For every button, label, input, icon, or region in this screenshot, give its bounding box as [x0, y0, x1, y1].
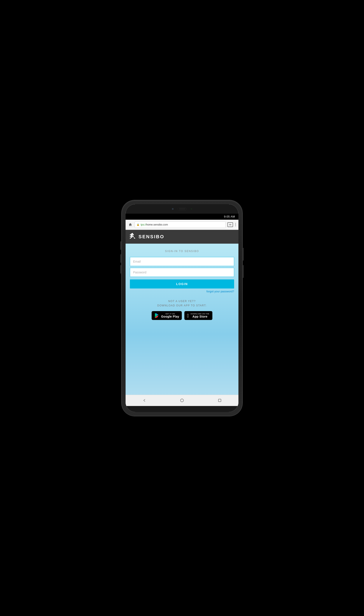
status-bar: 9:05 AM: [126, 214, 238, 220]
url-text: tps://home.sensibo.com: [141, 223, 168, 226]
recents-button[interactable]: [215, 396, 224, 405]
url-highlight: tps://: [141, 223, 146, 226]
email-form-group: [130, 257, 234, 266]
signin-title: SIGN-IN TO SENSIBO: [165, 250, 199, 253]
browser-menu-button[interactable]: [235, 222, 236, 227]
not-user-line2: DOWNLOAD OUR APP TO START:: [157, 304, 207, 307]
app-store-large-text: App Store: [191, 315, 209, 318]
app-content: SIGN-IN TO SENSIBO LOGIN forgot your pas…: [126, 244, 238, 395]
password-input[interactable]: [130, 268, 234, 277]
svg-point-0: [181, 399, 183, 402]
sensibo-logo-icon: [129, 233, 136, 241]
not-user-line1: NOT A USER YET?: [168, 300, 195, 303]
browser-url-bar[interactable]: 🔒 tps://home.sensibo.com: [135, 221, 226, 228]
forgot-password-link[interactable]: forgot your password?: [206, 290, 234, 293]
apple-icon: : [187, 313, 189, 318]
password-form-group: [130, 268, 234, 277]
not-user-text: NOT A USER YET? DOWNLOAD OUR APP TO STAR…: [152, 299, 212, 308]
screen: 9:05 AM 🔒 tps://home.sensibo.com 55: [126, 214, 238, 406]
browser-toolbar: 🔒 tps://home.sensibo.com 55: [126, 220, 238, 230]
menu-dot-3: [235, 226, 236, 226]
google-play-button[interactable]: GET IT ON Google Play: [152, 311, 182, 320]
back-button[interactable]: [140, 396, 149, 405]
google-play-large-text: Google Play: [161, 315, 179, 318]
browser-home-button[interactable]: [128, 222, 133, 227]
phone-hardware-top: [126, 204, 238, 214]
phone-hardware-bottom: [126, 406, 238, 412]
browser-tabs-button[interactable]: 55: [227, 222, 233, 227]
google-play-text: GET IT ON Google Play: [161, 313, 179, 318]
phone-device: 9:05 AM 🔒 tps://home.sensibo.com 55: [122, 200, 242, 416]
status-time: 9:05 AM: [224, 215, 235, 218]
menu-dot-2: [235, 224, 236, 225]
sensibo-brand-name: SENSIBO: [139, 234, 164, 240]
app-header: SENSIBO: [126, 230, 238, 244]
app-store-small-text: Download on the: [191, 313, 209, 315]
not-user-section: NOT A USER YET? DOWNLOAD OUR APP TO STAR…: [152, 299, 212, 320]
menu-dot-1: [235, 223, 236, 224]
login-button[interactable]: LOGIN: [130, 279, 234, 288]
email-input[interactable]: [130, 257, 234, 266]
home-button[interactable]: [177, 396, 187, 405]
tab-count: 55: [229, 224, 231, 226]
speaker: [178, 208, 186, 210]
google-play-small-text: GET IT ON: [161, 313, 179, 315]
google-play-icon: [154, 313, 159, 318]
ssl-lock-icon: 🔒: [137, 223, 140, 226]
phone-screen: 9:05 AM 🔒 tps://home.sensibo.com 55: [126, 204, 238, 412]
speaker-grille: [179, 208, 186, 209]
url-domain: home.sensibo.com: [146, 223, 168, 226]
svg-rect-1: [218, 399, 221, 402]
navigation-bar: [126, 395, 238, 406]
led-indicator: [191, 208, 192, 210]
app-store-text: Download on the App Store: [191, 313, 209, 318]
app-buttons: GET IT ON Google Play  Download on the …: [152, 311, 212, 320]
app-store-button[interactable]:  Download on the App Store: [184, 311, 212, 320]
front-camera-icon: [172, 208, 174, 210]
